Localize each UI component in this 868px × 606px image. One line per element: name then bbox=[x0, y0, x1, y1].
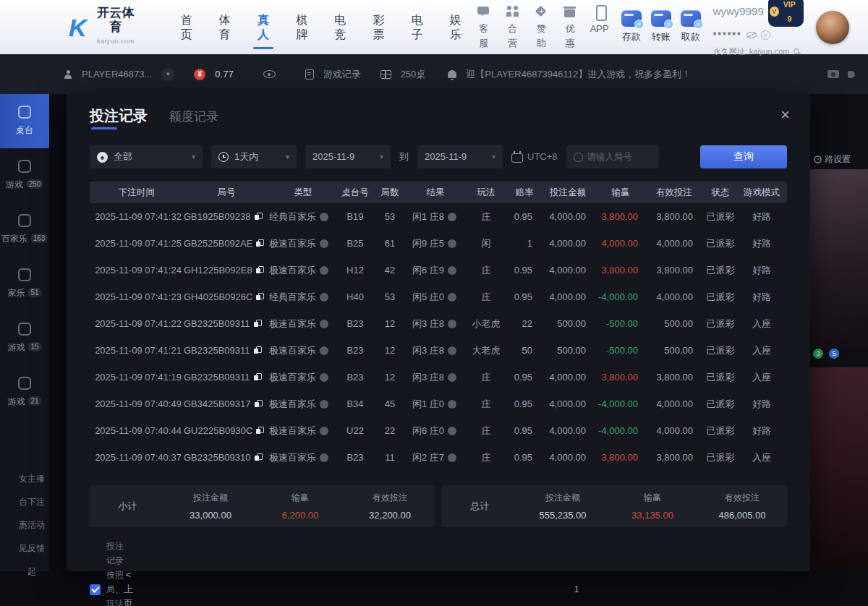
phone-link[interactable]: APP bbox=[590, 4, 609, 51]
info-icon[interactable] bbox=[448, 293, 456, 302]
eye-icon[interactable] bbox=[263, 70, 276, 78]
copy-icon[interactable] bbox=[254, 373, 262, 382]
deposit-link[interactable]: 存款 bbox=[621, 10, 642, 44]
nav-item-2[interactable]: 真人 bbox=[252, 7, 274, 48]
info-icon[interactable] bbox=[448, 239, 456, 248]
info-icon[interactable] bbox=[320, 239, 328, 248]
copy-icon[interactable] bbox=[256, 427, 264, 435]
info-icon[interactable] bbox=[320, 453, 328, 462]
table-row[interactable]: 2025-11-09 07:41:25 GB2525B092AE 极速百家乐 B… bbox=[90, 230, 787, 257]
player-name[interactable]: PLAYER46873... bbox=[82, 67, 152, 82]
info-icon[interactable] bbox=[320, 213, 328, 221]
nav-item-3[interactable]: 棋牌 bbox=[291, 7, 313, 48]
sidebar-footer-item-1[interactable]: 台下注 bbox=[19, 495, 45, 509]
tab-quota-records[interactable]: 额度记录 bbox=[169, 110, 218, 131]
info-icon[interactable] bbox=[448, 213, 456, 221]
table-row[interactable]: 2025-11-09 07:41:32 GB1925B09238 经典百家乐 B… bbox=[90, 203, 787, 230]
copy-icon[interactable] bbox=[256, 293, 264, 302]
sidebar-item-1[interactable]: 游戏250 bbox=[0, 148, 49, 202]
table-row[interactable]: 2025-11-09 07:40:44 GU2225B0930C 极速百家乐 U… bbox=[90, 417, 787, 444]
sidebar-footer-item-4[interactable]: 起 bbox=[19, 564, 45, 579]
info-icon[interactable] bbox=[320, 373, 328, 382]
table-row[interactable]: 2025-11-09 07:41:23 GH4025B0926C 经典百家乐 H… bbox=[90, 283, 787, 310]
chevron-down-icon[interactable] bbox=[161, 68, 174, 81]
copy-icon[interactable] bbox=[254, 346, 262, 355]
table-row[interactable]: 2025-11-09 07:41:24 GH1225B092E8 极速百家乐 H… bbox=[90, 257, 787, 283]
copy-icon[interactable] bbox=[256, 239, 264, 248]
nav-item-6[interactable]: 电子 bbox=[406, 7, 428, 48]
eye-off-icon[interactable] bbox=[746, 32, 757, 38]
vip-badge: VIP 9 bbox=[768, 0, 804, 27]
avatar[interactable] bbox=[816, 11, 849, 44]
transfer-link[interactable]: 转账 bbox=[651, 10, 671, 44]
prev-page-button[interactable]: < 上页 bbox=[124, 568, 133, 606]
tab-betting-records[interactable]: 投注记录 bbox=[90, 108, 148, 129]
copy-icon[interactable] bbox=[255, 400, 263, 409]
info-icon[interactable] bbox=[448, 266, 456, 275]
chevron-down-icon: ▾ bbox=[492, 150, 495, 164]
sidebar-footer-item-2[interactable]: 惠活动 bbox=[19, 518, 45, 532]
game-type-select[interactable]: 全部 ▾ bbox=[90, 145, 203, 168]
table-row[interactable]: 2025-11-09 07:41:22 GB2325B09311 极速百家乐 B… bbox=[90, 310, 787, 337]
info-icon[interactable] bbox=[320, 400, 328, 409]
copy-icon[interactable] bbox=[255, 213, 263, 221]
copy-icon[interactable] bbox=[254, 320, 262, 328]
brand-logo[interactable]: K 开云体育 kaiyun.com bbox=[69, 6, 140, 48]
date-from-select[interactable]: 2025-11-9 ▾ bbox=[305, 145, 391, 168]
chevron-circle-icon[interactable] bbox=[761, 30, 770, 40]
speaker-icon[interactable] bbox=[848, 71, 855, 78]
table-row[interactable]: 2025-11-09 07:40:37 GB2325B09310 极速百家乐 B… bbox=[90, 444, 787, 471]
nav-item-1[interactable]: 体育 bbox=[213, 7, 236, 48]
page-1[interactable]: 1 bbox=[142, 582, 868, 597]
copy-icon[interactable] bbox=[256, 266, 264, 275]
withdraw-link[interactable]: 取款 bbox=[681, 10, 701, 44]
table-row[interactable]: 2025-11-09 07:41:21 GB2325B09311 极速百家乐 B… bbox=[90, 337, 787, 364]
sidebar-item-5[interactable]: 游戏21 bbox=[0, 365, 49, 419]
info-icon[interactable] bbox=[448, 346, 456, 355]
info-icon[interactable] bbox=[448, 453, 456, 462]
magnifier-icon[interactable] bbox=[793, 48, 799, 54]
deposit-icon bbox=[621, 10, 642, 27]
sponsor-link[interactable]: 赞助 bbox=[532, 4, 550, 51]
info-icon[interactable] bbox=[320, 266, 328, 275]
nav-item-7[interactable]: 娱乐 bbox=[444, 7, 467, 48]
close-icon[interactable]: × bbox=[780, 107, 790, 123]
info-icon[interactable] bbox=[320, 427, 328, 435]
info-icon[interactable] bbox=[320, 320, 328, 328]
sidebar-item-4[interactable]: 游戏15 bbox=[0, 311, 49, 365]
info-icon[interactable] bbox=[320, 346, 328, 355]
merge-checkbox[interactable] bbox=[90, 584, 101, 595]
road-settings-link[interactable]: 路设置 bbox=[814, 152, 851, 166]
gift-link[interactable]: 优惠 bbox=[561, 4, 579, 51]
table-count[interactable]: 250桌 bbox=[401, 67, 426, 82]
calendar-icon bbox=[511, 153, 523, 163]
table-row[interactable]: 2025-11-09 07:41:19 GB2325B09311 极速百家乐 B… bbox=[90, 364, 787, 391]
time-range-select[interactable]: 1天内 ▾ bbox=[211, 145, 297, 168]
nav-item-4[interactable]: 电竞 bbox=[329, 7, 352, 48]
column-header: 下注时间 bbox=[90, 185, 184, 200]
search-button[interactable]: 查询 bbox=[700, 145, 787, 168]
chat-link[interactable]: 客服 bbox=[475, 4, 493, 51]
camera-icon[interactable] bbox=[827, 70, 839, 78]
header-right: 客服 合营 赞助 优惠 APP 存款 转账 取款 wywy9999 VIP 9 bbox=[475, 0, 849, 59]
round-search-input[interactable] bbox=[587, 152, 652, 162]
date-to-select[interactable]: 2025-11-9 ▾ bbox=[417, 145, 503, 168]
partners-link[interactable]: 合营 bbox=[503, 4, 522, 51]
game-record-link[interactable]: 游戏记录 bbox=[323, 67, 361, 82]
sidebar-footer-item-0[interactable]: 女主播 bbox=[19, 471, 45, 486]
nav-item-5[interactable]: 彩票 bbox=[367, 7, 390, 48]
table-row[interactable]: 2025-11-09 07:40:49 GB3425B09317 极速百家乐 B… bbox=[90, 391, 787, 417]
sidebar-footer-item-3[interactable]: 见反馈 bbox=[19, 541, 45, 555]
copy-icon[interactable] bbox=[255, 453, 263, 462]
info-icon[interactable] bbox=[448, 320, 456, 328]
nav-item-0[interactable]: 首页 bbox=[175, 7, 197, 48]
info-icon[interactable] bbox=[448, 400, 456, 409]
sidebar-item-3[interactable]: 家乐51 bbox=[0, 257, 49, 311]
info-icon[interactable] bbox=[320, 293, 328, 302]
info-icon[interactable] bbox=[448, 427, 456, 435]
sidebar-item-2[interactable]: 百家乐163 bbox=[0, 202, 49, 257]
column-header: 输赢 bbox=[595, 185, 647, 200]
info-icon[interactable] bbox=[448, 373, 456, 382]
column-header: 状态 bbox=[702, 185, 739, 200]
sidebar-item-0[interactable]: 桌台 bbox=[0, 94, 49, 148]
